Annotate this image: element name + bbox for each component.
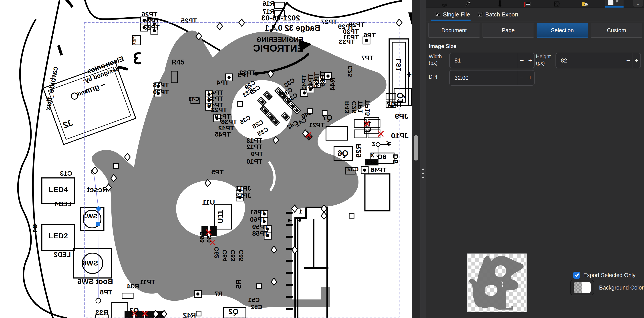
silkscreen-label: C62 <box>213 247 220 258</box>
silkscreen-label: X <box>370 152 374 159</box>
connector-pin <box>286 212 293 214</box>
dpi-decrement-button[interactable]: − <box>518 70 526 85</box>
background-color-swatch-button[interactable] <box>570 280 594 295</box>
silkscreen-label: Badge 32 0.4.1 <box>265 23 320 32</box>
silkscreen-label: Q1 <box>396 92 405 103</box>
anchor-circle <box>96 298 101 303</box>
capacitor-footprint <box>263 91 272 100</box>
tab-batch-export[interactable]: Batch Export <box>478 8 518 21</box>
silkscreen-label: D6 <box>391 154 400 164</box>
silkscreen-label: R34 <box>127 282 139 290</box>
selection-square-handle[interactable] <box>349 213 354 218</box>
capacitor-footprint <box>260 105 269 114</box>
silkscreen-label: LS1 <box>395 59 402 71</box>
height-input[interactable] <box>556 57 624 64</box>
selection-diamond-handle[interactable] <box>217 23 222 30</box>
silkscreen-label: C4 <box>31 224 38 232</box>
background-color-row: Background Color <box>570 280 644 295</box>
scope-selection-button[interactable]: Selection <box>536 23 588 38</box>
silkscreen-label: JP11 <box>236 184 251 192</box>
connector-pin <box>286 224 293 226</box>
chevron-down-icon[interactable]: ⌄ <box>633 0 643 7</box>
export-selected-only-checkbox[interactable] <box>573 272 580 279</box>
export-image-tool-tab[interactable] <box>605 0 624 8</box>
selection-square-handle[interactable] <box>114 164 118 168</box>
pcb-shape <box>257 96 267 106</box>
silkscreen-label: Reset <box>87 185 108 194</box>
silkscreen-label: TP1 <box>356 100 364 113</box>
connector-pin <box>286 236 293 238</box>
stamp-tool-icon[interactable] <box>553 0 562 7</box>
silkscreen-label: TP43 <box>300 75 308 91</box>
silkscreen-tick <box>65 0 74 8</box>
silkscreen-label: TP59 <box>252 223 268 230</box>
silkscreen-label: 1 <box>299 208 302 215</box>
selection-square-handle[interactable] <box>238 102 242 106</box>
silkscreen-label: ENGINEERING <box>256 36 303 43</box>
scope-custom-button[interactable]: Custom <box>591 23 642 38</box>
testpoint-pad <box>361 166 368 174</box>
selection-diamond-handle[interactable] <box>239 19 244 26</box>
pcb-canvas[interactable]: R16R17TP26TP24TP23TP25FID52021-06-03Badg… <box>0 0 412 318</box>
tab-single-file[interactable]: Single File <box>436 8 470 21</box>
canvas-vertical-scrollbar[interactable] <box>414 135 418 160</box>
width-increment-button[interactable]: + <box>526 53 534 68</box>
silkscreen-label: Y <box>385 141 392 145</box>
board-outline <box>33 0 60 318</box>
panel-gutter <box>412 0 426 318</box>
active-tab-underline <box>431 20 470 21</box>
preview-shape <box>468 254 526 312</box>
grip-dot <box>422 176 424 178</box>
width-input[interactable] <box>450 57 518 64</box>
export-selected-only-label: Export Selected Only <box>583 272 636 278</box>
selection-square-handle[interactable] <box>256 284 262 289</box>
selection-square-handle[interactable] <box>322 110 327 116</box>
width-decrement-button[interactable]: − <box>518 53 526 68</box>
panel-resize-divider[interactable] <box>420 0 426 318</box>
silkscreen-label: D6 <box>378 153 386 160</box>
scope-document-button[interactable]: Document <box>428 23 480 38</box>
selection-square-handle[interactable] <box>196 311 201 316</box>
selection-square-handle[interactable] <box>308 109 313 114</box>
grip-dot <box>422 172 424 174</box>
silkscreen-label: TP11 <box>140 278 155 286</box>
silkscreen-label: TP26 <box>142 10 158 18</box>
pcb-shape <box>281 112 290 121</box>
silkscreen-label: TP61 <box>250 208 266 216</box>
dpi-input[interactable] <box>450 74 518 82</box>
silkscreen-label: R5 <box>234 280 242 289</box>
selection-diamond-handle[interactable] <box>396 19 402 26</box>
pcb-silkscreen-view: R16R17TP26TP24TP23TP25FID52021-06-03Badg… <box>0 0 412 318</box>
dpi-increment-button[interactable]: + <box>526 70 534 85</box>
scope-page-button[interactable]: Page <box>482 23 534 38</box>
batch-export-icon <box>478 12 483 17</box>
tab-batch-export-label: Batch Export <box>485 11 518 18</box>
silkscreen-label: R43 <box>343 101 350 113</box>
selection-diamond-handle[interactable] <box>321 212 327 219</box>
silkscreen-label: R16 <box>262 0 275 7</box>
height-decrement-button[interactable]: − <box>624 53 632 68</box>
corner-wedge <box>408 12 412 25</box>
silkscreen-tick <box>57 45 63 55</box>
connector-pin <box>286 296 293 298</box>
folder-wrench-icon[interactable] <box>581 0 590 7</box>
silkscreen-label: TP12 <box>246 143 262 150</box>
silkscreen-label: R29 <box>354 144 363 158</box>
text-tool-icon[interactable] <box>496 0 504 7</box>
height-increment-button[interactable]: + <box>632 53 640 68</box>
selected-anchor-square <box>96 222 100 226</box>
export-mode-tabs: Single File Batch Export <box>426 8 644 22</box>
silkscreen-label: TP8 <box>100 288 112 296</box>
silkscreen-label: TP4 <box>216 79 229 86</box>
pen-tool-icon[interactable] <box>464 0 472 7</box>
image-size-heading: Image Size <box>429 43 456 49</box>
silkscreen-label: TP7 <box>361 54 373 62</box>
layers-icon[interactable] <box>440 0 449 7</box>
connector-pin <box>286 272 293 274</box>
selection-diamond-handle[interactable] <box>124 154 130 160</box>
silkscreen-label: LED4 <box>49 185 68 194</box>
silkscreen-label: TP45 <box>215 130 231 138</box>
display-tool-icon[interactable] <box>523 0 532 7</box>
silkscreen-label: TP18 <box>153 81 169 88</box>
silkscreen-label: TP9 <box>251 150 263 158</box>
